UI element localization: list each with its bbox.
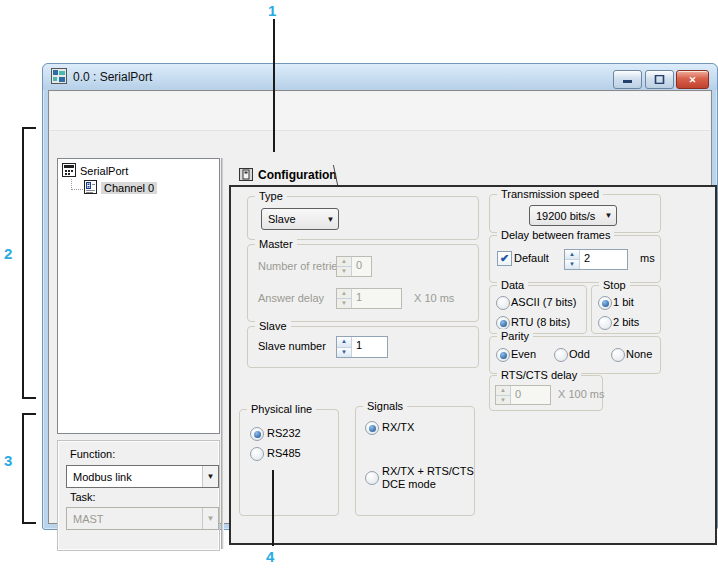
chevron-down-icon[interactable]: ▼	[202, 466, 218, 487]
callout-1-label: 1	[268, 2, 276, 19]
function-select[interactable]: Modbus link ▼	[66, 465, 219, 488]
spinner-arrows-icon[interactable]: ▲▼	[337, 337, 352, 357]
serialport-icon	[62, 163, 76, 179]
radio-1bit[interactable]	[598, 296, 612, 310]
radio-rxtx-rtscts-label-line1: RX/TX + RTS/CTS	[382, 465, 474, 477]
radio-odd-label: Odd	[569, 348, 590, 360]
radio-2bits-label: 2 bits	[613, 316, 639, 328]
check-icon: ✔	[500, 253, 509, 264]
radio-rs485[interactable]	[250, 447, 264, 461]
radio-rxtx-label: RX/TX	[382, 421, 414, 433]
callout-3-label: 3	[4, 452, 12, 469]
radio-rs485-label: RS485	[267, 447, 301, 459]
group-data: Data ASCII (7 bits) RTU (8 bits)	[489, 285, 587, 334]
configuration-panel: Type Slave ▼ Master Number of retries ▲▼…	[229, 185, 717, 545]
tree-node-serialport[interactable]: SerialPort	[62, 163, 128, 179]
slave-number-spinner[interactable]: ▲▼ 1	[336, 336, 388, 358]
radio-1bit-label: 1 bit	[613, 296, 634, 308]
answer-delay-spinner: ▲▼ 1	[336, 288, 402, 309]
callout-4-line	[272, 470, 274, 546]
serialport-window: 0.0 : SerialPort ✕ SerialPort	[42, 63, 718, 530]
window-title: 0.0 : SerialPort	[73, 70, 152, 84]
group-delay-frames: Delay between frames ✔ Default ▲▼ 2 ms	[489, 235, 661, 283]
delay-frames-value: 2	[580, 250, 627, 269]
group-speed-title: Transmission speed	[497, 187, 603, 201]
speed-select[interactable]: 19200 bits/s ▼	[529, 205, 617, 226]
delay-frames-spinner[interactable]: ▲▼ 2	[564, 249, 628, 270]
spinner-arrows-icon: ▲▼	[496, 386, 511, 404]
function-label: Function:	[70, 448, 115, 460]
group-master: Master Number of retries ▲▼ 0 Answer del…	[247, 244, 479, 322]
group-data-title: Data	[497, 278, 528, 292]
group-type: Type Slave ▼	[247, 196, 479, 240]
task-select: MAST ▼	[66, 507, 219, 530]
callout-3-bracket	[22, 413, 36, 524]
chevron-down-icon[interactable]: ▼	[601, 211, 616, 220]
group-rts-cts-delay: RTS/CTS delay ▲▼ 0 X 100 ms	[489, 375, 603, 411]
retries-value: 0	[352, 257, 371, 276]
answer-delay-value: 1	[352, 289, 401, 308]
radio-odd[interactable]	[554, 348, 568, 362]
spinner-arrows-icon: ▲▼	[337, 289, 352, 308]
radio-rs232[interactable]	[250, 427, 264, 441]
default-checkbox-label: Default	[514, 252, 549, 264]
group-signals: Signals RX/TX RX/TX + RTS/CTS DCE mode	[355, 406, 475, 516]
answer-delay-unit: X 10 ms	[414, 292, 454, 304]
window-client-area: SerialPort Channel 0 Function: Modbus li…	[48, 90, 712, 524]
radio-even[interactable]	[496, 348, 510, 362]
spinner-arrows-icon: ▲▼	[337, 257, 352, 276]
radio-rxtx[interactable]	[365, 421, 379, 435]
configuration-tab-icon	[239, 168, 253, 183]
radio-2bits[interactable]	[598, 316, 612, 330]
retries-spinner: ▲▼ 0	[336, 256, 372, 277]
group-type-title: Type	[255, 189, 287, 203]
rts-delay-unit: X 100 ms	[558, 388, 604, 400]
radio-ascii[interactable]	[496, 296, 510, 310]
tree-node-label: SerialPort	[80, 165, 128, 177]
channel-icon	[84, 180, 97, 196]
group-rts-title: RTS/CTS delay	[497, 368, 581, 382]
retries-label: Number of retries	[258, 260, 343, 272]
minimize-button[interactable]	[613, 70, 642, 89]
callout-1-line	[273, 19, 275, 152]
group-delay-title: Delay between frames	[497, 228, 614, 242]
tab-configuration[interactable]: Configuration	[235, 165, 341, 185]
function-value: Modbus link	[73, 471, 132, 483]
radio-rxtx-rtscts[interactable]	[365, 471, 379, 485]
rts-delay-value: 0	[511, 386, 550, 404]
callout-2-label: 2	[4, 245, 12, 262]
speed-value: 19200 bits/s	[536, 210, 595, 222]
default-checkbox[interactable]: ✔	[497, 251, 512, 266]
close-button[interactable]: ✕	[676, 70, 709, 89]
type-value: Slave	[268, 213, 296, 225]
tree-node-channel0[interactable]: Channel 0	[84, 180, 157, 196]
slave-number-value: 1	[352, 337, 387, 357]
title-bar[interactable]: 0.0 : SerialPort ✕	[43, 64, 717, 90]
radio-none[interactable]	[611, 348, 625, 362]
device-tree-panel[interactable]: SerialPort Channel 0	[57, 158, 220, 434]
radio-none-label: None	[626, 348, 652, 360]
callout-4-label: 4	[266, 548, 274, 565]
task-value: MAST	[73, 513, 104, 525]
radio-even-label: Even	[511, 348, 536, 360]
maximize-button[interactable]	[645, 70, 674, 89]
type-select[interactable]: Slave ▼	[261, 208, 339, 230]
rts-delay-spinner: ▲▼ 0	[495, 385, 551, 405]
toolbar-band	[50, 92, 710, 131]
spinner-arrows-icon[interactable]: ▲▼	[565, 250, 580, 269]
tree-node-label-selected: Channel 0	[101, 182, 157, 194]
chevron-down-icon[interactable]: ▼	[323, 215, 338, 224]
group-stop-title: Stop	[599, 278, 630, 292]
chevron-down-icon: ▼	[202, 508, 218, 529]
pane-splitter[interactable]	[221, 158, 224, 549]
group-signals-title: Signals	[363, 399, 407, 413]
function-panel: Function: Modbus link ▼ Task: MAST ▼	[57, 440, 220, 551]
radio-rs232-label: RS232	[267, 427, 301, 439]
group-physical-line: Physical line RS232 RS485	[239, 409, 339, 516]
radio-ascii-label: ASCII (7 bits)	[511, 296, 576, 308]
group-slave-title: Slave	[255, 319, 291, 333]
group-physical-title: Physical line	[247, 402, 316, 416]
task-label: Task:	[70, 491, 96, 503]
tab-label: Configuration	[258, 168, 337, 182]
radio-rtu[interactable]	[496, 316, 510, 330]
